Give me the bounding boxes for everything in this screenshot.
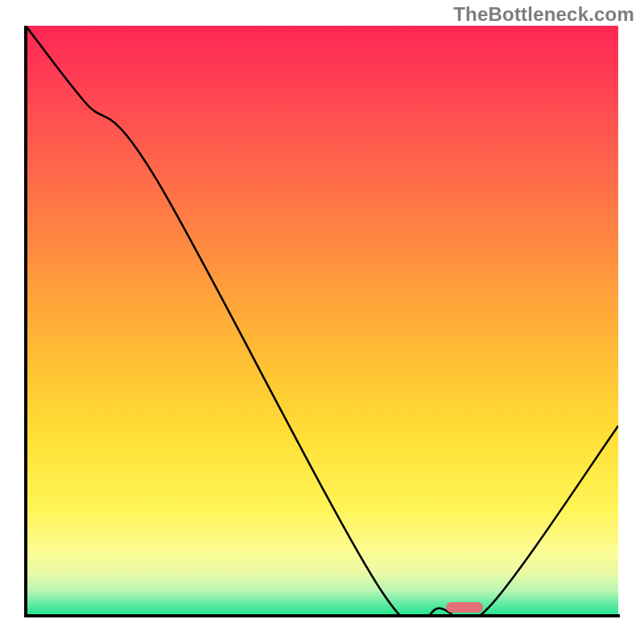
x-axis-line [24,614,620,617]
chart-container: TheBottleneck.com [0,0,644,644]
y-axis-line [24,26,27,617]
plot-area [26,26,618,614]
watermark-text: TheBottleneck.com [453,3,634,26]
optimal-marker [446,602,483,613]
bottleneck-curve [26,26,618,614]
